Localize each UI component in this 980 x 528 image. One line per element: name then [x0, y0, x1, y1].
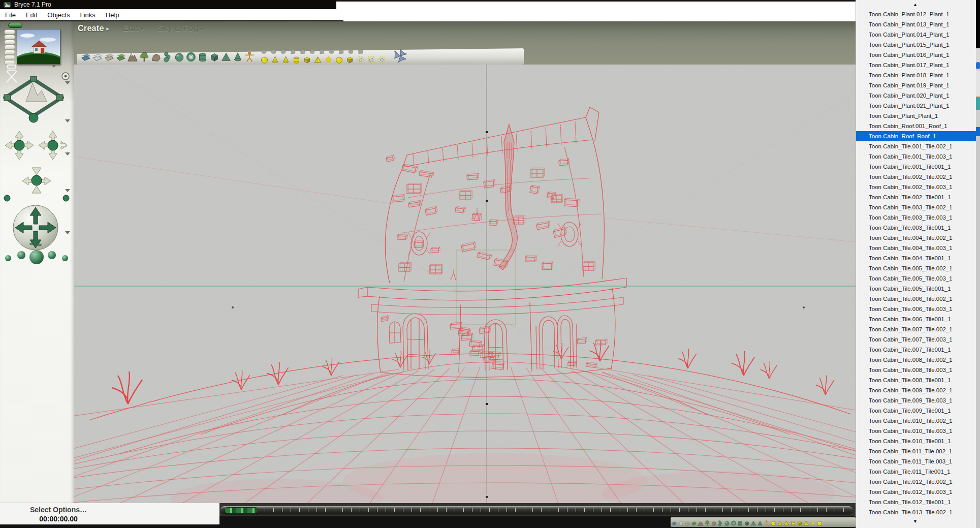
tool-cone[interactable]	[232, 48, 243, 64]
tab-sky-fog[interactable]: Sky & Fog▸	[157, 23, 204, 34]
sidebar-flyout-arrow[interactable]	[65, 152, 70, 156]
tool-ground-plane[interactable]	[103, 48, 115, 64]
list-item[interactable]: Toon Cabin_Tile.012_Tile.002_1	[856, 477, 976, 487]
list-item-selected[interactable]: Toon Cabin_Roof_Roof_1	[856, 131, 976, 141]
list-item[interactable]: Toon Cabin_Plant.019_Plant_1	[856, 80, 976, 90]
list-item[interactable]: Toon Cabin_Tile.008_Tile001_1	[856, 375, 976, 385]
tool-cone-light[interactable]	[783, 518, 789, 527]
tool-flat-disc-0[interactable]	[259, 47, 269, 54]
tool-flat-square-4[interactable]	[298, 47, 307, 54]
tool-flat-square-8[interactable]	[336, 47, 346, 54]
sidebar-flyout-arrow[interactable]	[65, 81, 70, 84]
list-item[interactable]: Toon Cabin_Plant.016_Plant_1	[856, 50, 976, 60]
nano-preview-spheres[interactable]	[2, 245, 71, 275]
preset-pill[interactable]	[4, 55, 15, 60]
tool-sphere[interactable]	[173, 48, 185, 64]
tool-drop-light[interactable]	[270, 54, 280, 64]
preview-dropdown-arrow[interactable]	[51, 64, 57, 68]
tool-cone[interactable]	[756, 518, 763, 527]
window-titlebar[interactable]: Bryce 7.1 Pro	[0, 0, 336, 9]
tool-round-light[interactable]	[334, 54, 344, 64]
tool-slab-light[interactable]	[796, 518, 803, 527]
list-item[interactable]: Toon Cabin_Tile.006_Tile.002_1	[856, 294, 976, 304]
tool-rock[interactable]	[150, 48, 162, 64]
scroll-down-icon[interactable]: ▼	[913, 519, 918, 524]
tool-cylinder-light[interactable]	[789, 518, 796, 527]
list-item[interactable]: Toon Cabin_Tile.011_Tile.002_1	[856, 446, 976, 456]
list-item[interactable]: Toon Cabin_Tile.005_Tile.003_1	[856, 273, 976, 284]
tool-grass-plane[interactable]	[115, 48, 127, 64]
tool-water-plane[interactable]	[80, 48, 91, 64]
list-item[interactable]: Toon Cabin_Tile.007_Tile.002_1	[856, 324, 976, 334]
tool-torus[interactable]	[730, 518, 737, 527]
tool-boolean-star[interactable]	[392, 47, 408, 64]
preset-pill-active[interactable]	[8, 23, 22, 28]
list-item[interactable]: Toon Cabin_Tile.002_Tile001_1	[856, 192, 976, 202]
tool-flat-square-10[interactable]	[356, 47, 365, 54]
menu-edit[interactable]: Edit	[21, 9, 42, 21]
list-item[interactable]: Toon Cabin_Plant.015_Plant_1	[856, 40, 976, 50]
tool-pyramid-light[interactable]	[803, 518, 809, 527]
tool-flat-disc-9[interactable]	[346, 47, 356, 54]
tool-slab-light[interactable]	[302, 54, 312, 64]
tool-cylinder[interactable]	[197, 48, 208, 64]
preset-pill[interactable]	[4, 45, 15, 50]
sidebar-flyout-arrow[interactable]	[65, 189, 70, 192]
tool-flat-disc-2[interactable]	[278, 47, 288, 54]
tool-torus[interactable]	[185, 48, 197, 64]
tool-sun-light[interactable]	[323, 54, 334, 64]
list-item[interactable]: Toon Cabin_Plant.021_Plant_1	[856, 101, 976, 111]
tab-create[interactable]: Create▸	[78, 23, 109, 34]
tool-cloud-plane[interactable]	[677, 518, 684, 527]
tool-ground-plane[interactable]	[684, 518, 690, 527]
list-item[interactable]: Toon Cabin_Plant.020_Plant_1	[856, 90, 976, 101]
tool-grass-plane[interactable]	[690, 518, 697, 527]
list-item[interactable]: Toon Cabin_Tile.008_Tile.003_1	[856, 365, 976, 375]
list-item[interactable]: Toon Cabin_Tile.008_Tile.002_1	[856, 355, 976, 365]
tool-caged-sphere-light[interactable]	[376, 54, 387, 64]
tool-human-figure[interactable]	[763, 518, 770, 527]
list-item[interactable]: Toon Cabin_Tile.011_Tile.003_1	[856, 456, 976, 467]
list-item[interactable]: Toon Cabin_Tile.003_Tile001_1	[856, 223, 976, 233]
sidebar-flyout-arrow[interactable]	[65, 119, 70, 122]
list-item[interactable]: Toon Cabin_Tile.006_Tile.003_1	[856, 304, 976, 314]
list-item[interactable]: Toon Cabin_Tile.009_Tile.003_1	[856, 395, 976, 406]
list-item[interactable]: Toon Cabin_Tile.005_Tile.002_1	[856, 263, 976, 273]
list-item[interactable]: Toon Cabin_Plant.017_Plant_1	[856, 60, 976, 70]
list-item[interactable]: Toon Cabin_Tile.005_Tile001_1	[856, 284, 976, 294]
tool-water-plane[interactable]	[671, 518, 677, 527]
tool-tree[interactable]	[138, 48, 150, 64]
timeline-scrubber[interactable]	[220, 506, 852, 514]
tool-cylinder[interactable]	[737, 518, 743, 527]
menu-help[interactable]: Help	[101, 9, 124, 21]
list-item[interactable]: Toon Cabin_Tile.012_Tile.003_1	[856, 487, 976, 497]
list-item[interactable]: Toon Cabin_Tile.004_Tile.003_1	[856, 243, 976, 253]
list-item[interactable]: Toon Cabin_Tile.007_Tile001_1	[856, 345, 976, 355]
menu-links[interactable]: Links	[75, 9, 100, 21]
tool-rock[interactable]	[710, 518, 717, 527]
list-item[interactable]: Toon Cabin_Tile.012_Tile001_1	[856, 497, 976, 507]
list-item[interactable]: Toon Cabin_Tile.010_Tile.003_1	[856, 426, 976, 436]
scene-preview-thumbnail[interactable]	[17, 29, 60, 65]
list-item[interactable]: Toon Cabin_Tile.001_Tile.003_1	[856, 151, 976, 162]
menu-file[interactable]: File	[0, 9, 21, 21]
list-item[interactable]: Toon Cabin_Tile.004_Tile.002_1	[856, 233, 976, 243]
tool-flat-square-3[interactable]	[288, 47, 298, 54]
list-item[interactable]: Toon Cabin_Tile.013_Tile.002_1	[856, 507, 976, 517]
preset-pill[interactable]	[4, 29, 15, 35]
tool-round-light[interactable]	[816, 518, 823, 527]
list-item[interactable]: Toon Cabin_Tile.010_Tile.002_1	[856, 416, 976, 426]
tool-metaball[interactable]	[717, 518, 723, 527]
tool-tree[interactable]	[704, 518, 710, 527]
tool-sphere-light[interactable]	[259, 54, 270, 64]
tool-cloud-plane[interactable]	[91, 48, 103, 64]
tool-sun-light[interactable]	[809, 518, 816, 527]
terrain-edit-control[interactable]	[3, 75, 64, 124]
preset-pill[interactable]	[4, 40, 15, 45]
list-item[interactable]: Toon Cabin_Plant_Plant_1	[856, 111, 976, 121]
list-item[interactable]: Toon Cabin_Plant.012_Plant_1	[856, 9, 976, 19]
preset-pill[interactable]	[4, 35, 15, 40]
sidebar-flyout-arrow[interactable]	[65, 231, 70, 234]
timeline-handle[interactable]	[225, 507, 258, 514]
list-item[interactable]: Toon Cabin_Plant.013_Plant_1	[856, 19, 976, 29]
